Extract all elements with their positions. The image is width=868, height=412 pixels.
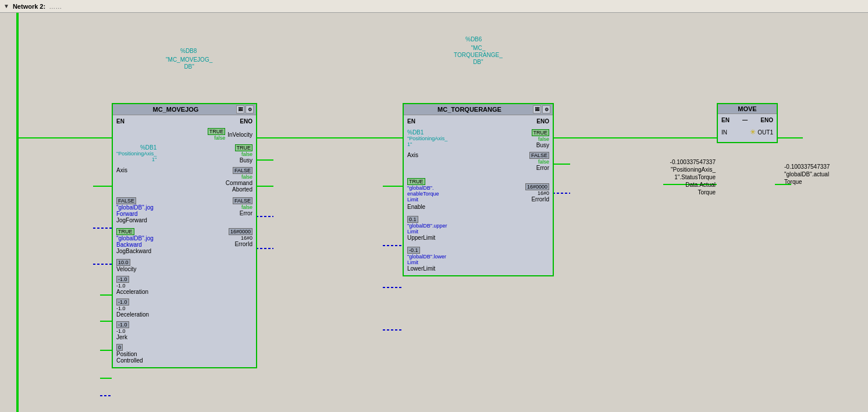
collapse-arrow[interactable]: ▼ bbox=[3, 3, 9, 9]
mc-movejog-icons[interactable]: 🖼 ⚙ bbox=[236, 105, 254, 113]
jogforward-var: "globalDB".jogForward bbox=[116, 204, 154, 217]
errorid-movejog-pin-label: ErrorId bbox=[234, 241, 252, 247]
velocity-box: 10.0 bbox=[116, 259, 130, 266]
move-block: MOVE EN — ENO IN ✳ OUT1 bbox=[717, 103, 778, 143]
mc-torquerange-icon-2[interactable]: ⚙ bbox=[542, 105, 550, 113]
accel-val: -1.0 bbox=[116, 283, 252, 289]
mc-torquerange-title-bar: MC_TORQUERANGE 🖼 ⚙ bbox=[404, 104, 553, 115]
poscontrolled-pin-label: PositionControlled bbox=[116, 351, 143, 364]
torquerange-busy-val: false bbox=[532, 136, 550, 142]
busy-val: false bbox=[241, 151, 252, 157]
axis-pin-label: Axis bbox=[116, 167, 127, 173]
torquerange-busy-pin-label: Busy bbox=[536, 142, 549, 148]
mc-movejog-block: MC_MOVEJOG 🖼 ⚙ EN ENO TRUE false InVeloc… bbox=[112, 103, 257, 368]
upperlimit-var: "globalDB".upperLimit bbox=[407, 223, 549, 235]
jerk-pin-label: Jerk bbox=[116, 334, 127, 340]
torquerange-errorid-pin-label: ErrorId bbox=[531, 196, 549, 203]
mc-movejog-db-name: "MC_MOVEJOG_DB" bbox=[166, 56, 212, 70]
left-power-rail bbox=[16, 13, 19, 412]
mc-movejog-icon-2[interactable]: ⚙ bbox=[246, 105, 254, 113]
mc-movejog-title: MC_MOVEJOG bbox=[115, 106, 236, 113]
velocity-pin-label: Velocity bbox=[116, 266, 136, 272]
enable-pin-label: Enable bbox=[407, 204, 425, 210]
invalocity-pin-label: InVelocity bbox=[227, 132, 252, 138]
move-en-pin: EN bbox=[721, 117, 730, 123]
mc-torquerange-eno-pin: ENO bbox=[536, 118, 549, 125]
decel-val: -1.0 bbox=[116, 306, 252, 311]
mc-torquerange-icons[interactable]: 🖼 ⚙ bbox=[533, 105, 550, 113]
network-dots: …… bbox=[49, 3, 62, 10]
busy-box: TRUE bbox=[235, 144, 253, 151]
network-label: Network 2: bbox=[13, 3, 45, 10]
move-in-label: -0.100337547337"PositioningAxis_1".Statu… bbox=[608, 158, 716, 196]
lowerlimit-var: "globalDB".lowerLimit bbox=[407, 254, 549, 265]
jerk-val: -1.0 bbox=[116, 328, 252, 334]
torquerange-error-box: FALSE bbox=[529, 152, 549, 159]
decel-box: -1.0 bbox=[116, 299, 129, 306]
errorid-movejog-val: 16#0 bbox=[229, 235, 252, 241]
jerk-box: -1.0 bbox=[116, 321, 129, 328]
torquerange-error-pin-label: Error bbox=[536, 165, 549, 171]
move-title: MOVE bbox=[720, 105, 774, 112]
invalocity-val: false bbox=[208, 135, 226, 141]
mc-movejog-title-bar: MC_MOVEJOG 🖼 ⚙ bbox=[113, 104, 256, 115]
poscontrolled-box: 0 bbox=[116, 344, 123, 351]
mc-torquerange-title: MC_TORQUERANGE bbox=[406, 106, 533, 113]
enable-var: "globalDB".enableTorqueLimit bbox=[407, 185, 439, 203]
torquerange-busy-box: TRUE bbox=[532, 129, 550, 136]
mc-movejog-eno-pin: ENO bbox=[240, 118, 252, 125]
lowerlimit-box: -0.1 bbox=[407, 247, 420, 254]
mc-torquerange-en-eno: EN ENO bbox=[404, 115, 553, 127]
accel-pin-label: Acceleration bbox=[116, 289, 148, 295]
error-movejog-val: false bbox=[233, 204, 252, 210]
mc-torquerange-block: MC_TORQUERANGE 🖼 ⚙ EN ENO %DB1 "Position… bbox=[403, 103, 554, 276]
move-out1-pin: OUT1 bbox=[757, 129, 773, 136]
move-en-eno: EN — ENO bbox=[718, 114, 777, 126]
torquerange-axis-name: "PositioningAxis_1" bbox=[407, 136, 447, 147]
upperlimit-pin-label: UpperLimit bbox=[407, 235, 435, 241]
busy-pin-label: Busy bbox=[240, 157, 252, 164]
movejog-axis-name: "PositioningAxis_1" bbox=[116, 151, 156, 162]
error-movejog-pin-label: Error bbox=[240, 210, 252, 216]
commandaborted-box: FALSE bbox=[233, 167, 252, 174]
torquerange-error-val: false bbox=[529, 159, 549, 165]
mc-torquerange-icon-1[interactable]: 🖼 bbox=[533, 105, 541, 113]
jogbackward-pin-label: JogBackward bbox=[116, 248, 151, 254]
mc-movejog-icon-1[interactable]: 🖼 bbox=[236, 105, 244, 113]
move-title-bar: MOVE bbox=[718, 104, 777, 114]
decel-pin-label: Deceleration bbox=[116, 311, 149, 318]
move-in-pin: IN bbox=[721, 129, 727, 136]
move-out1-label: -0.100337547337"globalDB".actualTorque bbox=[784, 163, 868, 186]
torquerange-errorid-val: 16#0 bbox=[525, 190, 549, 196]
header-bar: ▼ Network 2: …… bbox=[0, 0, 868, 13]
commandaborted-pin-label: CommandAborted bbox=[226, 180, 252, 193]
torquerange-axis-db: %DB1 bbox=[407, 129, 447, 136]
jogbackward-var: "globalDB".jogBackward bbox=[116, 235, 154, 248]
accel-box: -1.0 bbox=[116, 276, 129, 283]
invalocity-box: TRUE bbox=[208, 128, 226, 135]
error-movejog-box: FALSE bbox=[233, 197, 252, 204]
errorid-movejog-box: 16#0000 bbox=[229, 228, 252, 235]
mc-torquerange-db-name: "MC_TORQUERANGE_DB" bbox=[454, 45, 503, 66]
upperlimit-box: 0.1 bbox=[407, 216, 418, 223]
jogforward-box: FALSE bbox=[116, 197, 136, 204]
mc-torquerange-db-label: %DB6 bbox=[465, 36, 482, 43]
jogbackward-box: TRUE bbox=[116, 228, 134, 235]
move-eno-pin: — bbox=[742, 117, 748, 123]
mc-movejog-en-pin: EN bbox=[116, 118, 124, 125]
mc-movejog-db-label: %DB8 bbox=[180, 48, 197, 55]
enable-box: TRUE bbox=[407, 178, 425, 185]
torquerange-axis-pin-label: Axis bbox=[407, 152, 418, 171]
move-eno-label: ENO bbox=[760, 117, 773, 123]
canvas-area: %DB8 "MC_MOVEJOG_DB" MC_MOVEJOG 🖼 ⚙ EN E… bbox=[0, 13, 868, 412]
torquerange-errorid-box: 16#0000 bbox=[525, 183, 549, 190]
jogforward-pin-label: JogForward bbox=[116, 217, 147, 223]
move-star-icon: ✳ bbox=[750, 128, 756, 136]
lowerlimit-pin-label: LowerLimit bbox=[407, 265, 435, 272]
mc-torquerange-en-pin: EN bbox=[407, 118, 415, 125]
mc-movejog-en-eno: EN ENO bbox=[113, 115, 256, 127]
commandaborted-val: false bbox=[226, 174, 252, 180]
movejog-axis-db: %DB1 bbox=[116, 144, 156, 151]
